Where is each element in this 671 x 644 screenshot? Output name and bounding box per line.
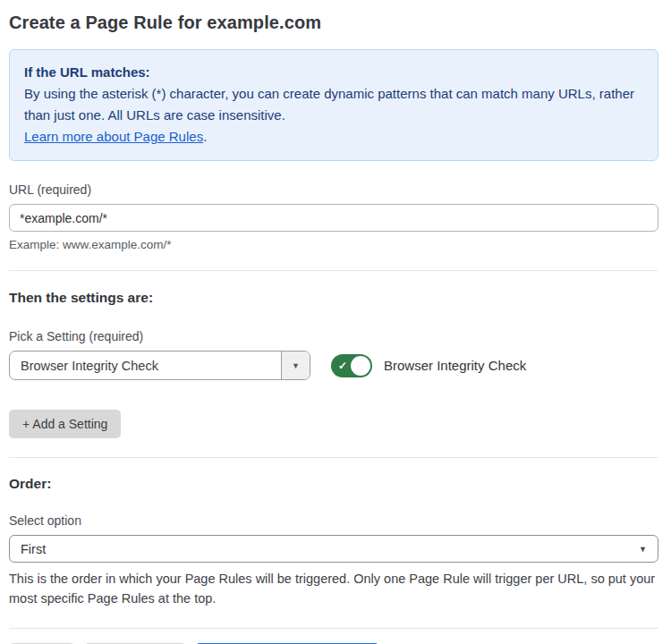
select-option-label: Select option [9,513,658,528]
url-example-helper: Example: www.example.com/* [9,238,658,251]
info-box-heading: If the URL matches: [24,62,643,83]
url-input[interactable] [9,204,658,232]
url-field-label: URL (required) [9,182,658,197]
order-section-heading: Order: [9,476,658,492]
chevron-down-icon: ▼ [639,545,647,554]
add-setting-button[interactable]: + Add a Setting [9,410,121,438]
link-suffix: . [203,129,207,144]
check-icon: ✓ [338,360,347,372]
setting-dropdown-value: Browser Integrity Check [10,352,281,379]
chevron-down-icon: ▼ [292,361,300,370]
pick-setting-label: Pick a Setting (required) [9,329,658,343]
order-select-value: First [21,542,46,556]
setting-row: Browser Integrity Check ▼ ✓ Browser Inte… [9,351,658,380]
toggle-label: Browser Integrity Check [384,358,526,373]
page-title: Create a Page Rule for example.com [9,13,658,33]
info-box-link-line: Learn more about Page Rules. [24,126,643,148]
setting-dropdown-arrow-button[interactable]: ▼ [281,352,310,379]
info-box-body: By using the asterisk (*) character, you… [24,83,643,126]
url-match-info-box: If the URL matches: By using the asteris… [9,49,658,161]
setting-dropdown[interactable]: Browser Integrity Check ▼ [9,351,310,380]
page-rule-form: Create a Page Rule for example.com If th… [0,0,671,644]
settings-section-heading: Then the settings are: [9,290,658,306]
browser-integrity-check-toggle[interactable]: ✓ [331,354,372,377]
divider [9,628,658,629]
divider [9,457,658,458]
order-select[interactable]: First ▼ [9,535,658,563]
order-helper-text: This is the order in which your Page Rul… [9,569,658,609]
toggle-wrap: ✓ Browser Integrity Check [331,354,526,377]
divider [9,270,658,271]
learn-more-link[interactable]: Learn more about Page Rules [24,129,203,144]
toggle-knob [351,356,370,376]
